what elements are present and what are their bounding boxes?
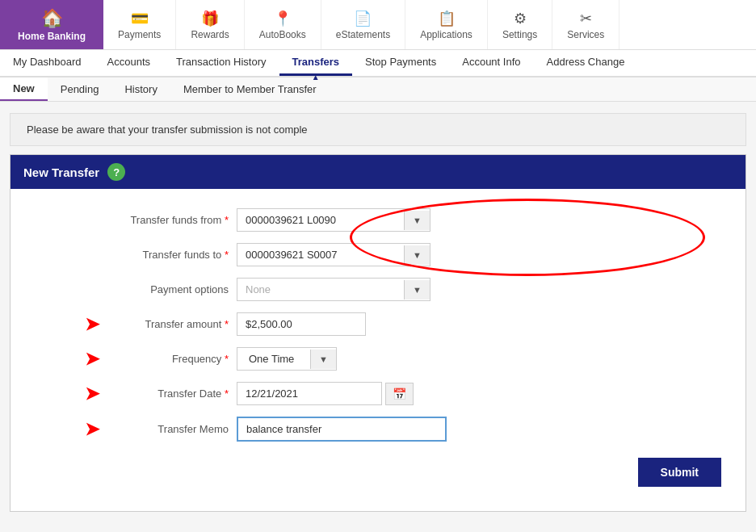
transfer-amount-arrow: ➤: [35, 314, 99, 335]
form-body: Transfer funds from * 0000039621 L0090 ▼…: [10, 189, 746, 511]
payments-tab[interactable]: 💳 Payments: [103, 0, 176, 49]
rewards-label: Rewards: [191, 29, 229, 40]
arrow-right-icon-4: ➤: [85, 419, 99, 439]
submit-label: Submit: [661, 466, 699, 479]
tertiary-nav-new[interactable]: New: [0, 77, 48, 101]
secondary-nav-stop-payments[interactable]: Stop Payments: [352, 50, 449, 76]
transfer-funds-to-select[interactable]: 0000039621 S0007 ▼: [237, 243, 430, 266]
arrow-right-icon: ➤: [85, 314, 99, 334]
payments-label: Payments: [118, 29, 161, 40]
transfer-memo-arrow: ➤: [35, 419, 99, 440]
tertiary-nav-member-to-member[interactable]: Member to Member Transfer: [170, 77, 330, 101]
estatements-icon: 📄: [354, 10, 372, 27]
services-label: Services: [567, 29, 604, 40]
help-icon[interactable]: ?: [107, 163, 125, 181]
history-label: History: [124, 83, 157, 95]
my-dashboard-label: My Dashboard: [13, 56, 82, 68]
transfer-funds-from-arrow-icon: ▼: [404, 211, 430, 230]
arrow-right-icon-3: ➤: [85, 383, 99, 404]
transfer-amount-label: Transfer amount *: [104, 318, 229, 330]
autobooks-label: AutoBooks: [259, 29, 306, 40]
home-banking-label: Home Banking: [18, 31, 86, 42]
transaction-history-label: Transaction History: [176, 56, 267, 68]
frequency-row: ➤ Frequency * One Time ▼: [35, 347, 721, 371]
transfer-funds-to-label: Transfer funds to *: [35, 249, 229, 261]
transfer-memo-label: Transfer Memo: [104, 423, 229, 435]
transfer-funds-from-dropdown[interactable]: 0000039621 L0090: [237, 209, 404, 231]
accounts-label: Accounts: [107, 56, 150, 68]
home-banking-tab[interactable]: 🏠 Home Banking: [0, 0, 103, 49]
services-tab[interactable]: ✂ Services: [552, 0, 620, 49]
autobooks-tab[interactable]: 📍 AutoBooks: [245, 0, 321, 49]
home-banking-icon: 🏠: [41, 8, 63, 29]
calendar-button[interactable]: 📅: [385, 383, 414, 405]
frequency-select[interactable]: One Time ▼: [237, 347, 337, 371]
transfer-funds-from-label: Transfer funds from *: [35, 214, 229, 226]
transfer-funds-from-row: Transfer funds from * 0000039621 L0090 ▼: [35, 208, 721, 232]
pending-label: Pending: [61, 83, 99, 95]
transfer-memo-input[interactable]: [237, 417, 447, 442]
secondary-nav-account-info[interactable]: Account Info: [449, 50, 533, 76]
applications-label: Applications: [420, 29, 472, 40]
frequency-arrow-icon[interactable]: ▼: [310, 350, 336, 369]
address-change-label: Address Change: [547, 56, 625, 68]
frequency-label: Frequency *: [104, 353, 229, 365]
transfer-amount-row: ➤ Transfer amount *: [35, 312, 721, 336]
transfers-label: Transfers: [292, 56, 340, 68]
submit-row: Submit: [35, 458, 721, 487]
transfer-date-label: Transfer Date *: [104, 387, 229, 400]
top-nav: 🏠 Home Banking 💳 Payments 🎁 Rewards 📍 Au…: [0, 0, 756, 50]
autobooks-icon: 📍: [274, 10, 292, 27]
settings-icon: ⚙: [514, 10, 527, 27]
applications-tab[interactable]: 📋 Applications: [405, 0, 488, 49]
transfer-date-row: ➤ Transfer Date * 📅: [35, 382, 721, 405]
new-label: New: [13, 82, 35, 94]
transfer-date-group: 📅: [237, 382, 414, 405]
transfer-date-arrow: ➤: [35, 383, 99, 404]
estatements-label: eStatements: [336, 29, 390, 40]
transfer-funds-from-select[interactable]: 0000039621 L0090 ▼: [237, 208, 430, 232]
arrow-right-icon-2: ➤: [85, 349, 99, 369]
payment-options-label: Payment options: [35, 283, 229, 295]
secondary-nav-my-dashboard[interactable]: My Dashboard: [0, 50, 94, 76]
transfer-funds-to-arrow-icon: ▼: [404, 245, 430, 265]
secondary-nav-transaction-history[interactable]: Transaction History: [163, 50, 279, 76]
secondary-nav-accounts[interactable]: Accounts: [94, 50, 163, 76]
secondary-nav-transfers[interactable]: Transfers ▲: [279, 50, 353, 76]
rewards-tab[interactable]: 🎁 Rewards: [176, 0, 244, 49]
tertiary-nav-pending[interactable]: Pending: [48, 77, 112, 101]
account-info-label: Account Info: [462, 56, 520, 68]
calendar-icon: 📅: [393, 387, 406, 400]
applications-icon: 📋: [438, 10, 456, 27]
payment-options-dropdown[interactable]: None: [237, 279, 404, 300]
transfers-active-indicator: ▲: [312, 73, 320, 82]
form-title: New Transfer: [23, 165, 99, 179]
stop-payments-label: Stop Payments: [365, 56, 436, 68]
transfer-memo-row: ➤ Transfer Memo: [35, 417, 721, 442]
submit-button[interactable]: Submit: [638, 458, 721, 487]
payment-options-arrow-icon: ▼: [404, 280, 430, 300]
form-section: New Transfer ? Transfer funds from * 000…: [10, 154, 746, 512]
estatements-tab[interactable]: 📄 eStatements: [321, 0, 405, 49]
form-header: New Transfer ?: [10, 155, 746, 189]
payment-options-select[interactable]: None ▼: [237, 278, 430, 301]
transfer-funds-to-dropdown[interactable]: 0000039621 S0007: [237, 244, 404, 266]
rewards-icon: 🎁: [201, 10, 219, 27]
payment-options-row: Payment options None ▼: [35, 278, 721, 301]
frequency-value: One Time: [237, 348, 310, 370]
transfer-funds-to-row: Transfer funds to * 0000039621 S0007 ▼: [35, 243, 721, 266]
alert-banner: Please be aware that your transfer submi…: [10, 113, 746, 146]
settings-tab[interactable]: ⚙ Settings: [488, 0, 552, 49]
payments-icon: 💳: [131, 10, 149, 27]
member-to-member-label: Member to Member Transfer: [183, 83, 317, 95]
tertiary-nav: New Pending History Member to Member Tra…: [0, 77, 756, 102]
transfer-date-input[interactable]: [237, 382, 382, 405]
alert-text: Please be aware that your transfer submi…: [27, 124, 308, 136]
secondary-nav-address-change[interactable]: Address Change: [534, 50, 638, 76]
settings-label: Settings: [502, 29, 537, 40]
tertiary-nav-history[interactable]: History: [111, 77, 170, 101]
transfer-amount-input[interactable]: [237, 312, 366, 336]
frequency-arrow: ➤: [35, 349, 99, 370]
secondary-nav: My Dashboard Accounts Transaction Histor…: [0, 50, 756, 77]
services-icon: ✂: [580, 10, 592, 27]
